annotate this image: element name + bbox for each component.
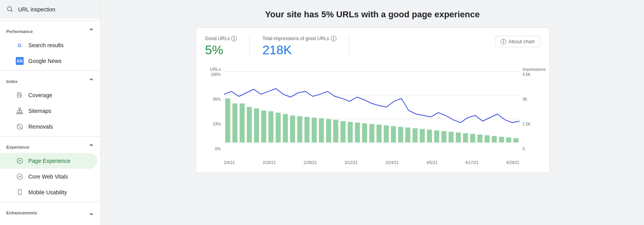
y-tick-left-2: 33% — [213, 122, 221, 126]
sidebar-item-core-web-vitals[interactable]: Core Web Vitals — [0, 169, 97, 184]
stats-row: Good URLs i 5% Total impressions of good… — [205, 36, 540, 57]
sidebar-item-url-inspection[interactable]: URL inspection — [0, 0, 100, 19]
svg-rect-33 — [283, 114, 288, 142]
divider4 — [0, 202, 100, 202]
svg-rect-40 — [333, 120, 338, 142]
section-experience[interactable]: Experience ⌃ — [0, 140, 100, 153]
y-axis-left: URLs 100% 66% 33% 0% — [205, 64, 221, 151]
good-urls-info-icon[interactable]: i — [231, 36, 237, 41]
svg-line-16 — [17, 124, 22, 129]
svg-rect-46 — [376, 125, 381, 142]
section-performance-label: Performance — [6, 29, 33, 34]
svg-point-0 — [7, 7, 12, 11]
svg-rect-65 — [513, 138, 518, 142]
svg-rect-54 — [434, 130, 439, 142]
sidebar-item-coverage[interactable]: Coverage — [0, 87, 97, 103]
chevron-up-icon: ⌃ — [88, 27, 94, 36]
section-index-label: Index — [6, 79, 18, 84]
x-label-1: 2/16/21 — [263, 160, 276, 165]
y-tick-right-2: 1.5K — [523, 122, 531, 126]
svg-line-1 — [11, 10, 12, 11]
chart-card: Good URLs i 5% Total impressions of good… — [195, 28, 550, 173]
y-tick-left-3: 0% — [215, 147, 221, 151]
svg-rect-30 — [261, 111, 266, 142]
chevron-down-icon: ⌄ — [88, 208, 94, 217]
page-title: Your site has 5% URLs with a good page e… — [113, 9, 631, 20]
mobile-usability-icon — [16, 188, 24, 196]
google-icon: G — [16, 41, 24, 49]
sidebar-item-page-experience-label: Page Experience — [28, 158, 71, 164]
good-urls-value: 5% — [205, 43, 237, 57]
impressions-stat: Total impressions of good URLs i 218K — [262, 36, 349, 57]
svg-rect-32 — [275, 112, 280, 142]
svg-rect-56 — [448, 132, 453, 142]
about-chart-button[interactable]: i About chart — [496, 36, 540, 47]
chevron-up-icon2: ⌃ — [88, 77, 94, 86]
section-experience-label: Experience — [6, 145, 30, 149]
svg-rect-35 — [297, 116, 302, 142]
sidebar-item-google-news-label: Google News — [28, 58, 61, 64]
y-tick-right-1: 3K — [523, 97, 531, 101]
svg-rect-37 — [312, 118, 317, 142]
impressions-value: 218K — [262, 43, 336, 57]
svg-rect-26 — [232, 103, 238, 142]
svg-rect-25 — [225, 98, 230, 142]
y-axis-right: Impressions 4.5K 3K 1.5K 0 — [523, 64, 540, 151]
sidebar: URL inspection Performance ⌃ G Search re… — [0, 0, 101, 225]
search-icon — [6, 6, 13, 14]
sidebar-item-removals-label: Removals — [28, 124, 53, 130]
sidebar-item-sitemaps[interactable]: Sitemaps — [0, 103, 97, 119]
y-tick-left-0: 100% — [211, 72, 221, 77]
svg-rect-57 — [456, 133, 461, 142]
google-news-icon: GN — [16, 57, 24, 65]
sidebar-item-sitemaps-label: Sitemaps — [28, 108, 51, 114]
chart-bars — [225, 98, 518, 142]
x-label-0: 2/4/21 — [224, 160, 235, 165]
sidebar-item-page-experience[interactable]: Page Experience — [0, 153, 97, 169]
good-urls-stat: Good URLs i 5% — [205, 36, 250, 57]
divider3 — [0, 136, 100, 136]
chart-wrapper: URLs 100% 66% 33% 0% — [205, 64, 540, 165]
svg-rect-47 — [384, 125, 389, 142]
section-performance[interactable]: Performance ⌃ — [0, 24, 100, 37]
svg-rect-52 — [419, 129, 425, 142]
svg-rect-45 — [369, 124, 374, 142]
sidebar-item-google-news[interactable]: GN Google News — [0, 53, 97, 69]
coverage-icon — [16, 91, 24, 99]
svg-rect-6 — [19, 108, 21, 109]
sidebar-item-mobile-usability-label: Mobile Usability — [28, 189, 67, 195]
chart-svg — [224, 64, 520, 158]
svg-rect-53 — [427, 130, 432, 142]
sidebar-item-core-web-vitals-label: Core Web Vitals — [28, 173, 68, 180]
svg-rect-51 — [412, 128, 418, 142]
svg-rect-27 — [239, 103, 245, 142]
divider2 — [0, 70, 100, 71]
svg-rect-31 — [268, 111, 273, 142]
chart-area: 2/4/21 2/16/21 2/28/21 3/12/21 3/24/21 4… — [224, 64, 520, 165]
core-web-vitals-icon — [16, 173, 24, 181]
impressions-info-icon[interactable]: i — [331, 36, 336, 41]
x-label-3: 3/12/21 — [345, 160, 358, 165]
svg-rect-48 — [391, 126, 396, 142]
section-enhancements[interactable]: Enhancements ⌄ — [0, 205, 100, 219]
sidebar-item-search-results[interactable]: G Search results — [0, 37, 97, 53]
svg-rect-50 — [405, 127, 410, 142]
svg-rect-63 — [499, 137, 504, 142]
svg-rect-64 — [506, 137, 511, 142]
sidebar-item-removals[interactable]: Removals — [0, 119, 97, 135]
svg-rect-44 — [362, 123, 367, 142]
svg-rect-62 — [492, 136, 497, 142]
sidebar-item-url-inspection-label: URL inspection — [18, 6, 55, 13]
svg-rect-42 — [347, 122, 353, 142]
sidebar-item-mobile-usability[interactable]: Mobile Usability — [0, 184, 97, 200]
main-content: Your site has 5% URLs with a good page e… — [101, 0, 644, 225]
y-axis-right-title: Impressions — [523, 67, 546, 72]
svg-rect-7 — [17, 113, 19, 114]
page-experience-icon — [16, 157, 24, 165]
x-label-7: 4/29/21 — [506, 160, 519, 165]
y-tick-right-0: 4.5K — [523, 72, 531, 77]
removals-icon — [16, 123, 24, 131]
section-index[interactable]: Index ⌃ — [0, 74, 100, 87]
section-enhancements-label: Enhancements — [6, 210, 37, 215]
x-label-2: 2/28/21 — [304, 160, 317, 165]
